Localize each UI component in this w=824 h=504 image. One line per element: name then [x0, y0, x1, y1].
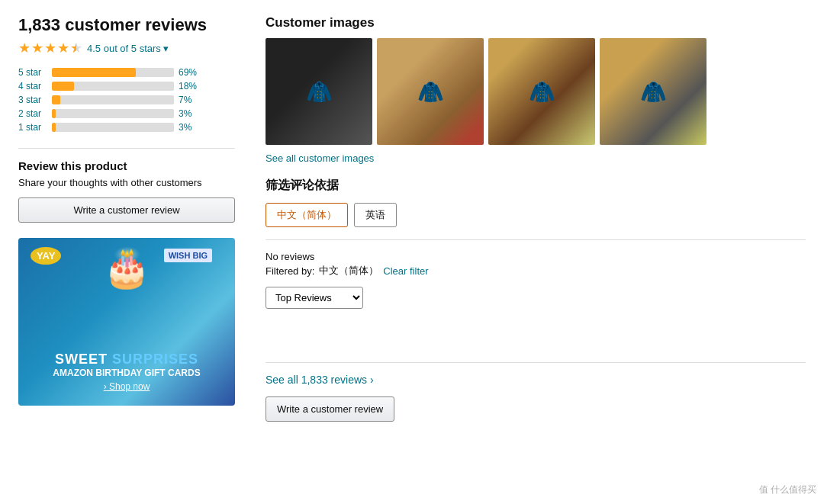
img-placeholder-1: 🧥 [266, 38, 372, 145]
bar-pct: 7% [179, 95, 201, 105]
bottom-divider [266, 362, 806, 363]
img-placeholder-3: 🧥 [488, 38, 595, 145]
ad-banner-line2: AMAZON BIRTHDAY GIFT CARDS [53, 368, 200, 378]
bar-track [52, 123, 174, 132]
filter-btn-english[interactable]: 英语 [354, 203, 397, 227]
star-4: ★ [57, 40, 69, 56]
review-product-section: Review this product Share your thoughts … [18, 159, 235, 188]
review-product-sub: Share your thoughts with other customers [18, 177, 235, 188]
clear-filter-link[interactable]: Clear filter [383, 265, 428, 277]
customer-images-strip: 🧥 🧥 🧥 🧥 [266, 38, 806, 145]
see-all-reviews-link[interactable]: See all 1,833 reviews › [266, 374, 806, 386]
see-all-images-link[interactable]: See all customer images [266, 152, 806, 164]
customer-image-3[interactable]: 🧥 [488, 38, 595, 145]
rating-row: 4 star18% [18, 81, 235, 91]
yay-badge: YAY [31, 244, 61, 264]
review-product-title: Review this product [18, 159, 235, 172]
right-column: Customer images 🧥 🧥 🧥 🧥 See all customer… [266, 15, 806, 422]
ad-shop-link[interactable]: › Shop now [104, 381, 150, 392]
star-summary: ★ ★ ★ ★ ★ ★ 4.5 out of 5 stars ▾ [18, 40, 235, 56]
write-review-button[interactable]: Write a customer review [18, 197, 235, 223]
rating-row-label[interactable]: 2 star [18, 108, 47, 119]
rating-row-label[interactable]: 4 star [18, 81, 47, 91]
customer-image-4[interactable]: 🧥 [600, 38, 707, 145]
img-placeholder-2: 🧥 [377, 38, 484, 145]
stars-display: ★ ★ ★ ★ ★ ★ [18, 40, 82, 56]
bar-pct: 18% [179, 81, 201, 91]
bar-pct: 3% [179, 108, 201, 119]
bar-fill [52, 68, 136, 77]
filter-section-title: 筛选评论依据 [266, 178, 806, 194]
bar-fill [52, 123, 56, 132]
filter-buttons: 中文（简体） 英语 [266, 203, 806, 227]
star-2: ★ [31, 40, 43, 56]
no-reviews-text: No reviews [266, 251, 806, 262]
filter-btn-chinese[interactable]: 中文（简体） [266, 203, 348, 227]
bar-fill [52, 109, 56, 118]
customer-image-1[interactable]: 🧥 [266, 38, 372, 145]
rating-row: 1 star3% [18, 122, 235, 133]
bar-pct: 69% [179, 67, 201, 78]
page-container: 1,833 customer reviews ★ ★ ★ ★ ★ ★ 4.5 o… [0, 0, 824, 437]
wish-big-badge: WISH BIG [164, 249, 212, 262]
rating-text[interactable]: 4.5 out of 5 stars ▾ [87, 43, 169, 54]
bar-track [52, 109, 174, 118]
shop-prefix: › [104, 381, 107, 392]
filtered-by-value: 中文（简体） [319, 264, 378, 278]
shop-label: Shop now [109, 381, 150, 392]
star-3: ★ [44, 40, 56, 56]
reviews-title: 1,833 customer reviews [18, 15, 235, 35]
rating-dropdown-icon: ▾ [163, 43, 169, 54]
bar-track [52, 68, 174, 77]
rating-row-label[interactable]: 1 star [18, 122, 47, 133]
customer-images-title: Customer images [266, 15, 806, 30]
bar-track [52, 82, 174, 91]
star-5-half: ★ ★ [70, 40, 82, 56]
filter-divider [266, 239, 806, 240]
rating-text-value: 4.5 out of 5 stars [87, 43, 161, 54]
write-review-button-bottom[interactable]: Write a customer review [266, 396, 394, 422]
sort-dropdown[interactable]: Top Reviews Most Recent [266, 287, 363, 309]
rating-row-label[interactable]: 5 star [18, 67, 47, 78]
ad-banner: 🎂 YAY WISH BIG SWEET SURPRISES AMAZON BI… [18, 238, 235, 406]
left-column: 1,833 customer reviews ★ ★ ★ ★ ★ ★ 4.5 o… [18, 15, 235, 422]
bar-fill [52, 82, 74, 91]
rating-row: 2 star3% [18, 108, 235, 119]
img-placeholder-4: 🧥 [600, 38, 707, 145]
ad-banner-line1: SWEET SURPRISES [55, 352, 198, 368]
filtered-by-label: Filtered by: [266, 265, 314, 277]
rating-row: 3 star7% [18, 95, 235, 105]
customer-image-2[interactable]: 🧥 [377, 38, 484, 145]
rating-row-label[interactable]: 3 star [18, 95, 47, 105]
star-1: ★ [18, 40, 31, 56]
bar-track [52, 95, 174, 104]
filtered-by-row: Filtered by: 中文（简体） Clear filter [266, 264, 806, 278]
rating-breakdown: 5 star69%4 star18%3 star7%2 star3%1 star… [18, 67, 235, 133]
rating-row: 5 star69% [18, 67, 235, 78]
divider-1 [18, 148, 235, 149]
bar-pct: 3% [179, 122, 201, 133]
bar-fill [52, 95, 60, 104]
